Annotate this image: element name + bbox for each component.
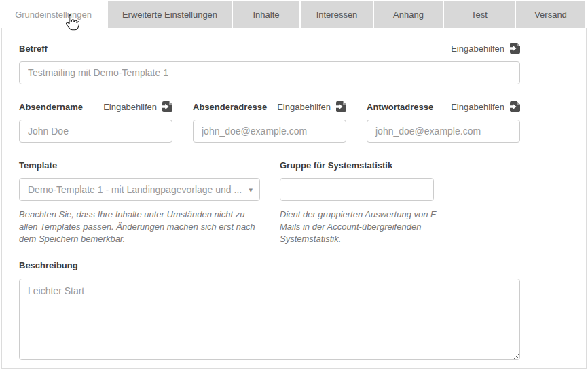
chevron-down-icon: ▾	[249, 185, 253, 194]
eingabehilfen-label: Eingabehilfen	[103, 102, 157, 112]
absendername-input[interactable]	[19, 120, 172, 143]
tab-interessen[interactable]: Interessen	[301, 1, 373, 28]
tab-label: Versand	[534, 10, 567, 20]
tab-label: Inhalte	[253, 10, 279, 20]
gruppe-systemstatistik-label: Gruppe für Systemstatistik	[280, 160, 392, 171]
betreff-label: Betreff	[19, 43, 48, 54]
gruppe-systemstatistik-input[interactable]	[280, 178, 434, 201]
antwortadresse-input[interactable]	[367, 120, 520, 143]
tab-label: Grundeinstellungen	[15, 10, 92, 20]
eingabehilfen-label: Eingabehilfen	[277, 102, 331, 112]
absenderadresse-field: Absenderadresse Eingabehilfen	[193, 101, 346, 143]
tab-label: Anhang	[393, 10, 424, 20]
tab-label: Test	[471, 10, 488, 20]
input-helper-import-icon	[335, 101, 346, 112]
tab-inhalte[interactable]: Inhalte	[233, 1, 299, 28]
template-row: Template Demo-Template 1 - mit Landingpa…	[19, 160, 520, 245]
input-helper-import-icon	[161, 101, 172, 112]
gruppe-systemstatistik-field: Gruppe für Systemstatistik Dient der gru…	[280, 160, 504, 245]
antwortadresse-field: Antwortadresse Eingabehilfen	[367, 101, 520, 143]
absendername-eingabehilfen-link[interactable]: Eingabehilfen	[103, 101, 172, 112]
mailing-settings-window: Grundeinstellungen Erweiterte Einstellun…	[0, 1, 588, 369]
grundeinstellungen-panel: Betreff Eingabehilfen Absendername	[1, 28, 587, 369]
eingabehilfen-label: Eingabehilfen	[451, 43, 504, 54]
tab-versand[interactable]: Versand	[516, 1, 585, 28]
absenderadresse-label: Absenderadresse	[193, 102, 267, 112]
input-helper-import-icon	[509, 43, 520, 54]
beschreibung-label: Beschreibung	[19, 260, 78, 270]
betreff-eingabehilfen-link[interactable]: Eingabehilfen	[451, 43, 520, 54]
beschreibung-field: Beschreibung Leichter Start	[19, 260, 520, 363]
gruppe-systemstatistik-note: Dient der gruppierten Auswertung von E-M…	[280, 209, 448, 245]
absenderadresse-eingabehilfen-link[interactable]: Eingabehilfen	[277, 101, 346, 112]
absendername-label: Absendername	[19, 102, 83, 112]
betreff-header: Betreff Eingabehilfen	[19, 43, 520, 54]
template-selected-option: Demo-Template 1 - mit Landingpagevorlage…	[28, 184, 242, 195]
tab-erweiterte-einstellungen[interactable]: Erweiterte Einstellungen	[108, 1, 232, 28]
tab-label: Erweiterte Einstellungen	[122, 10, 217, 20]
tab-test[interactable]: Test	[444, 1, 515, 28]
tab-bar: Grundeinstellungen Erweiterte Einstellun…	[0, 1, 588, 28]
sender-row: Absendername Eingabehilfen	[19, 101, 520, 143]
input-helper-import-icon	[509, 101, 520, 112]
antwortadresse-eingabehilfen-link[interactable]: Eingabehilfen	[451, 101, 520, 112]
absendername-field: Absendername Eingabehilfen	[19, 101, 172, 143]
antwortadresse-label: Antwortadresse	[367, 102, 433, 112]
eingabehilfen-label: Eingabehilfen	[451, 102, 504, 112]
absenderadresse-input[interactable]	[193, 120, 346, 143]
template-field: Template Demo-Template 1 - mit Landingpa…	[19, 160, 260, 245]
tab-grundeinstellungen[interactable]: Grundeinstellungen	[0, 1, 107, 28]
template-select[interactable]: Demo-Template 1 - mit Landingpagevorlage…	[19, 178, 260, 201]
template-label: Template	[19, 160, 57, 171]
beschreibung-textarea[interactable]: Leichter Start	[19, 279, 520, 360]
betreff-input[interactable]	[19, 61, 520, 84]
tab-anhang[interactable]: Anhang	[374, 1, 443, 28]
tab-label: Interessen	[316, 10, 358, 20]
mailing-settings-form: Betreff Eingabehilfen Absendername	[19, 43, 520, 363]
template-note: Beachten Sie, dass Ihre Inhalte unter Um…	[19, 209, 265, 245]
